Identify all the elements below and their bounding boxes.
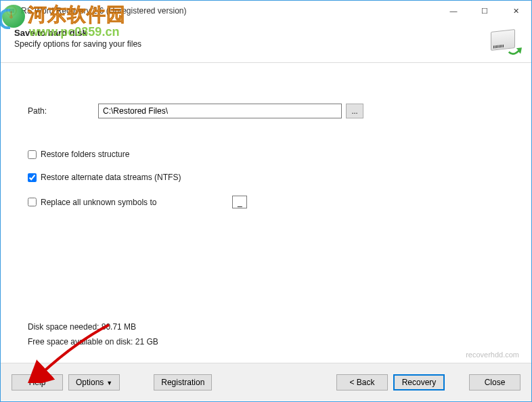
path-row: Path: ... [28,104,504,118]
page-header: Save to hard disk Specify options for sa… [1,21,531,63]
footer-bar: Help Options▼ Registration < Back Recove… [1,363,531,401]
page-title: Save to hard disk [14,28,518,38]
path-input[interactable] [98,104,342,118]
brand-label: recoverhdd.com [466,351,519,359]
back-button[interactable]: < Back [336,374,388,390]
recovery-button[interactable]: Recovery [393,374,445,390]
options-button[interactable]: Options▼ [68,374,120,390]
options-label: Options [76,378,104,387]
disk-space-free: Free space available on disk: 21 GB [28,337,158,347]
chevron-down-icon: ▼ [106,380,112,386]
content-area: Path: ... Restore folders structure Rest… [1,63,531,363]
hard-disk-icon [489,26,519,56]
maximize-button[interactable]: ☐ [469,1,500,21]
replace-symbols-row[interactable]: Replace all unknown symbols to [28,196,504,208]
replace-symbols-checkbox[interactable] [28,198,37,206]
restore-ads-label: Restore alternate data streams (NTFS) [41,173,181,182]
restore-folders-checkbox[interactable] [28,150,37,159]
registration-button[interactable]: Registration [154,374,212,390]
replace-symbols-label: Replace all unknown symbols to [41,198,156,207]
restore-ads-row[interactable]: Restore alternate data streams (NTFS) [28,173,504,182]
disk-info: Disk space needed: 80.71 MB Free space a… [28,322,158,352]
app-icon [6,5,17,16]
window-title: RS Word Recovery 2.6 (Unregistered versi… [21,6,438,16]
window-controls: — ☐ ✕ [438,1,531,21]
path-label: Path: [28,106,98,116]
restore-folders-label: Restore folders structure [41,150,129,159]
title-bar: RS Word Recovery 2.6 (Unregistered versi… [1,1,531,21]
symbol-input[interactable] [232,196,247,208]
minimize-button[interactable]: — [438,1,469,21]
browse-button[interactable]: ... [346,104,363,118]
options-group: Restore folders structure Restore altern… [28,150,504,208]
restore-ads-checkbox[interactable] [28,173,37,182]
help-button[interactable]: Help [12,374,63,390]
restore-folders-row[interactable]: Restore folders structure [28,150,504,159]
page-subtitle: Specify options for saving your files [14,39,518,49]
close-dialog-button[interactable]: Close [469,374,520,390]
close-button[interactable]: ✕ [500,1,531,21]
disk-space-needed: Disk space needed: 80.71 MB [28,322,158,332]
